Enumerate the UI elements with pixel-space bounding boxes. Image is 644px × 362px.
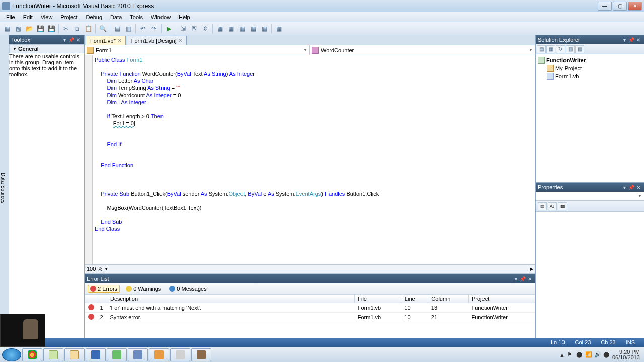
menu-tools[interactable]: Tools <box>126 13 147 21</box>
taskbar: ▲ ⚑ ⬤ 📶 🔊 ⬤ 9:20 PM 06/10/2013 <box>0 347 644 362</box>
menu-window[interactable]: Window <box>147 13 175 21</box>
property-pages-icon[interactable]: ▦ <box>558 202 567 210</box>
taskbar-app3[interactable] <box>170 348 190 361</box>
pin-icon[interactable]: 📌 <box>68 36 75 43</box>
dropdown-icon[interactable]: ▾ <box>61 36 68 43</box>
close-icon[interactable]: ✕ <box>635 184 642 191</box>
taskbar-app2[interactable] <box>149 348 169 361</box>
new-project-icon[interactable]: ▦ <box>2 24 12 34</box>
tb-icon[interactable]: ▦ <box>248 24 258 34</box>
errors-filter[interactable]: 2 Errors <box>88 285 120 293</box>
step-over-icon[interactable]: ⇱ <box>189 24 199 34</box>
system-tray[interactable]: ▲ ⚑ ⬤ 📶 🔊 ⬤ 9:20 PM 06/10/2013 <box>559 349 642 360</box>
properties-object-selector[interactable]: ▼ <box>536 192 644 201</box>
project-node[interactable]: FunctionWriter <box>538 56 642 64</box>
document-tab[interactable]: Form1.vb [Design]✕ <box>127 36 187 45</box>
copy-icon[interactable]: ⧉ <box>72 24 82 34</box>
form-file-node[interactable]: Form1.vb <box>538 72 642 80</box>
show-all-icon[interactable]: ▦ <box>546 45 555 53</box>
clock[interactable]: 9:20 PM 06/10/2013 <box>612 349 640 360</box>
taskbar-app4[interactable] <box>191 348 211 361</box>
chevron-down-icon[interactable]: ▼ <box>104 267 108 272</box>
error-row[interactable]: 1'For' must end with a matching 'Next'.F… <box>85 303 535 313</box>
tb-icon[interactable]: ▦ <box>226 24 236 34</box>
step-out-icon[interactable]: ⇳ <box>200 24 210 34</box>
dropdown-icon[interactable]: ▾ <box>621 36 628 43</box>
error-list-header: Error List ▾ 📌 ✕ <box>85 274 535 283</box>
menu-view[interactable]: View <box>37 13 57 21</box>
network-icon[interactable]: 📶 <box>585 351 592 358</box>
warning-icon <box>126 286 132 292</box>
menu-file[interactable]: File <box>2 13 19 21</box>
alphabetical-icon[interactable]: A↓ <box>548 202 557 210</box>
add-item-icon[interactable]: ▧ <box>13 24 23 34</box>
step-into-icon[interactable]: ⇲ <box>178 24 188 34</box>
save-icon[interactable]: 💾 <box>35 24 45 34</box>
properties-icon[interactable]: ▤ <box>537 45 546 53</box>
tb-icon[interactable]: ▦ <box>259 24 269 34</box>
menu-help[interactable]: Help <box>175 13 194 21</box>
scroll-right-icon[interactable]: ▶ <box>530 267 533 272</box>
taskbar-app[interactable] <box>107 348 127 361</box>
taskbar-vs[interactable] <box>128 348 148 361</box>
close-icon[interactable]: ✕ <box>526 275 533 282</box>
class-selector[interactable]: Form1 ▼ <box>85 45 310 55</box>
document-tab[interactable]: Form1.vb*✕ <box>86 36 126 45</box>
taskbar-notepad[interactable] <box>43 348 63 361</box>
close-icon[interactable]: ✕ <box>635 36 642 43</box>
paste-icon[interactable]: 📋 <box>83 24 93 34</box>
close-tab-icon[interactable]: ✕ <box>117 38 121 43</box>
data-sources-tab[interactable]: Data Sources <box>0 35 9 338</box>
tb-icon[interactable]: ▦ <box>215 24 225 34</box>
comment-icon[interactable]: ▤ <box>112 24 122 34</box>
dropdown-icon[interactable]: ▾ <box>512 275 519 282</box>
tb-icon[interactable]: ▦ <box>274 24 284 34</box>
menu-edit[interactable]: Edit <box>19 13 37 21</box>
start-button[interactable] <box>2 348 21 361</box>
menu-data[interactable]: Data <box>106 13 126 21</box>
save-all-icon[interactable]: 💾 <box>46 24 56 34</box>
undo-icon[interactable]: ↶ <box>138 24 148 34</box>
zoom-level[interactable]: 100 % <box>87 266 102 272</box>
warnings-filter[interactable]: 0 Warnings <box>124 285 163 292</box>
my-project-node[interactable]: My Project <box>538 64 642 72</box>
error-row[interactable]: 2Syntax error.Form1.vb1021FunctionWriter <box>85 313 535 322</box>
close-button[interactable]: ✕ <box>628 2 642 11</box>
tray-icon[interactable]: ⬤ <box>603 351 610 358</box>
tb-icon[interactable]: ▦ <box>237 24 247 34</box>
pin-icon[interactable]: 📌 <box>628 184 635 191</box>
minimize-button[interactable]: — <box>598 2 612 11</box>
code-editor[interactable]: Public Class Form1 Private Function Word… <box>85 55 535 264</box>
close-tab-icon[interactable]: ✕ <box>178 38 182 43</box>
refresh-icon[interactable]: ↻ <box>556 45 565 53</box>
find-icon[interactable]: 🔍 <box>98 24 108 34</box>
messages-filter[interactable]: 0 Messages <box>167 285 208 292</box>
taskbar-word[interactable] <box>86 348 106 361</box>
menubar: FileEditViewProjectDebugDataToolsWindowH… <box>0 12 644 22</box>
cut-icon[interactable]: ✂ <box>61 24 71 34</box>
volume-icon[interactable]: 🔊 <box>594 351 601 358</box>
redo-icon[interactable]: ↷ <box>149 24 159 34</box>
close-icon[interactable]: ✕ <box>75 36 82 43</box>
toolbox-group-general[interactable]: ▼ General <box>9 44 84 53</box>
menu-debug[interactable]: Debug <box>82 13 106 21</box>
taskbar-chrome[interactable] <box>22 348 42 361</box>
view-code-icon[interactable]: ▥ <box>566 45 575 53</box>
categorized-icon[interactable]: ▤ <box>538 202 547 210</box>
taskbar-explorer[interactable] <box>64 348 85 361</box>
open-icon[interactable]: 📂 <box>24 24 34 34</box>
menu-project[interactable]: Project <box>56 13 82 21</box>
dropdown-icon[interactable]: ▾ <box>621 184 628 191</box>
pin-icon[interactable]: 📌 <box>628 36 635 43</box>
maximize-button[interactable]: ▢ <box>613 2 627 11</box>
tray-icon[interactable]: ⚑ <box>567 351 574 358</box>
solution-tree[interactable]: FunctionWriter My Project Form1.vb <box>536 54 644 182</box>
pin-icon[interactable]: 📌 <box>519 275 526 282</box>
method-selector[interactable]: WordCounter ▼ <box>310 45 535 55</box>
uncomment-icon[interactable]: ▥ <box>123 24 133 34</box>
tray-icon[interactable]: ⬤ <box>576 351 583 358</box>
view-designer-icon[interactable]: ▧ <box>575 45 584 53</box>
properties-header: Properties ▾ 📌 ✕ <box>536 183 644 192</box>
start-debug-icon[interactable]: ▶ <box>164 24 174 34</box>
tray-chevron-icon[interactable]: ▲ <box>559 352 565 358</box>
